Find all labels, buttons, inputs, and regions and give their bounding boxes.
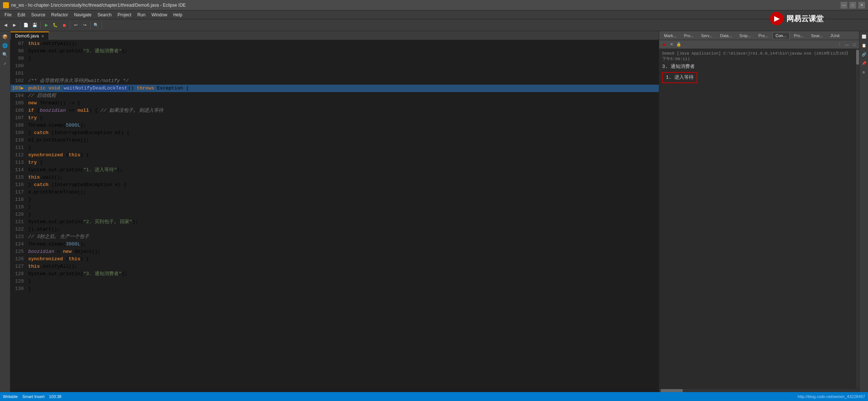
tab-markers-label: Mark... <box>664 33 677 38</box>
sidebar-search-icon[interactable]: 🔍 <box>1 50 9 59</box>
logo-icon: ▶ <box>770 12 783 25</box>
toolbar-separator-2 <box>40 22 41 29</box>
code-line-117: 117 e.printStackTrace(); <box>10 189 659 196</box>
stop-button[interactable]: ⏹ <box>60 21 68 29</box>
menu-project[interactable]: Project <box>115 12 134 18</box>
redo-button[interactable]: ↪ <box>80 21 89 29</box>
right-sidebar-icon-1[interactable]: ⬜ <box>860 33 868 41</box>
tab-search-label: Sear... <box>811 33 823 38</box>
right-sidebar-icon-2[interactable]: 📋 <box>860 42 868 50</box>
right-panel: Mark... Pro... Serv... Data... Snip... P… <box>659 31 859 392</box>
tab-snippets[interactable]: Snip... <box>736 32 754 39</box>
status-writable: Writable <box>3 394 18 399</box>
status-bar: Writable Smart Insert 103:38 http://blog… <box>0 392 868 401</box>
main-layout: 📦 🌐 🔍 ✓ Demo6.java ✕ 97 this.notifyAll()… <box>0 31 868 392</box>
menu-help[interactable]: Help <box>170 12 185 18</box>
code-line-120: 120 } <box>10 211 659 218</box>
editor-tab-demo6[interactable]: Demo6.java ✕ <box>10 32 49 40</box>
window-controls[interactable]: — □ ✕ <box>841 2 865 9</box>
tab-label: Demo6.java <box>15 33 39 39</box>
tab-console[interactable]: Con... <box>772 32 790 39</box>
scrollbar-thumb[interactable] <box>856 50 859 65</box>
run-button[interactable]: ▶ <box>42 21 50 29</box>
hscrollbar-thumb[interactable] <box>661 389 683 392</box>
code-editor[interactable]: 97 this.notifyAll(); 98 System.out.print… <box>10 40 659 392</box>
console-options-button[interactable]: ⋮ <box>836 41 843 48</box>
menu-run[interactable]: Run <box>134 12 148 18</box>
right-sidebar-icon-4[interactable]: 📌 <box>860 59 868 68</box>
code-line-114: 114 System.out.println("1. 进入等待"); <box>10 166 659 174</box>
menu-source[interactable]: Source <box>28 12 48 18</box>
sidebar-hierarchy-icon[interactable]: 🌐 <box>1 42 9 50</box>
code-line-106: 106 if (boozidian == null) { // 如果没包子, 则… <box>10 107 659 114</box>
editor-area: Demo6.java ✕ 97 this.notifyAll(); 98 Sys… <box>10 31 659 392</box>
menu-bar: File Edit Source Refactor Navigate Searc… <box>0 10 868 19</box>
code-line-109: 109 } catch (InterruptedException e1) { <box>10 129 659 137</box>
console-line-2-boxed: 1. 进入等待 <box>662 72 697 83</box>
code-line-99: 99 } <box>10 55 659 62</box>
menu-refactor[interactable]: Refactor <box>48 12 71 18</box>
title-bar: ne_ws - hc-chapter-1/src/com/study/hc/th… <box>0 0 868 10</box>
code-line-97: 97 this.notifyAll(); <box>10 40 659 48</box>
tab-close-button[interactable]: ✕ <box>41 34 44 38</box>
menu-file[interactable]: File <box>1 12 14 18</box>
code-line-113: 113 try { <box>10 159 659 166</box>
console-line-1: 3. 通知消费者 <box>662 63 852 71</box>
save-button[interactable]: 💾 <box>31 21 39 29</box>
tab-progress[interactable]: Pro... <box>790 32 807 39</box>
right-sidebar-icon-5[interactable]: ⚙ <box>860 68 868 76</box>
tab-search[interactable]: Sear... <box>808 32 826 39</box>
undo-button[interactable]: ↩ <box>72 21 80 29</box>
code-line-115: 115 this.wait(); <box>10 174 659 181</box>
console-output: Demo6 [Java Application] C:\01Java\jre1.… <box>659 49 855 388</box>
tab-servers[interactable]: Serv... <box>698 32 716 39</box>
back-button[interactable]: ◀ <box>1 21 10 29</box>
left-sidebar: 📦 🌐 🔍 ✓ <box>0 31 10 392</box>
console-scrollbar[interactable] <box>855 49 859 388</box>
new-button[interactable]: 📄 <box>22 21 30 29</box>
code-line-122: 122 }).start(); <box>10 226 659 233</box>
tab-console-label: Con... <box>776 33 786 38</box>
tab-junit[interactable]: JUnit <box>827 32 843 39</box>
status-position: 103:38 <box>49 394 62 399</box>
tab-properties[interactable]: Pro... <box>681 32 697 39</box>
menu-edit[interactable]: Edit <box>14 12 28 18</box>
code-line-118: 118 } <box>10 196 659 203</box>
debug-button[interactable]: 🐛 <box>51 21 59 29</box>
logo-area: ▶ 网易云课堂 <box>770 12 823 25</box>
code-line-98: 98 System.out.println("3. 通知消费者"); <box>10 48 659 55</box>
toolbar-separator-5 <box>102 22 102 29</box>
code-line-129: 129 } <box>10 278 659 285</box>
maximize-button[interactable]: □ <box>849 2 856 9</box>
console-header: Demo6 [Java Application] C:\01Java\jre1.… <box>662 50 852 62</box>
code-view: 97 this.notifyAll(); 98 System.out.print… <box>10 40 659 392</box>
close-button[interactable]: ✕ <box>858 2 865 9</box>
menu-navigate[interactable]: Navigate <box>71 12 94 18</box>
tab-bar: Demo6.java ✕ <box>10 31 659 40</box>
sidebar-task-icon[interactable]: ✓ <box>1 59 9 68</box>
minimize-button[interactable]: — <box>841 2 847 9</box>
tab-markers[interactable]: Mark... <box>661 32 680 39</box>
code-line-126: 126 synchronized (this) { <box>10 255 659 263</box>
code-line-112: 112 synchronized (this) { <box>10 151 659 159</box>
console-clear-button[interactable]: ✕ <box>668 41 675 48</box>
menu-window[interactable]: Window <box>148 12 170 18</box>
right-sidebar-icon-3[interactable]: 🔗 <box>860 50 868 59</box>
console-tabs: Mark... Pro... Serv... Data... Snip... P… <box>659 31 859 40</box>
console-minimize-button[interactable]: — <box>844 41 850 48</box>
tab-snippets-label: Snip... <box>739 33 751 38</box>
console-maximize-button[interactable]: □ <box>851 41 858 48</box>
tab-datasource[interactable]: Data... <box>717 32 735 39</box>
code-line-124: 124 Thread.sleep(3000L); <box>10 241 659 248</box>
status-insert: Smart Insert <box>22 394 45 399</box>
tab-problems[interactable]: Pro... <box>755 32 772 39</box>
console-scroll-lock-button[interactable]: 🔒 <box>675 41 682 48</box>
console-hscrollbar[interactable] <box>659 388 859 392</box>
sidebar-package-icon[interactable]: 📦 <box>1 33 9 41</box>
console-toolbar: ■ ✕ 🔒 ⋮ — □ <box>659 40 859 49</box>
tab-properties-label: Pro... <box>684 33 694 38</box>
console-terminate-button[interactable]: ■ <box>661 41 667 48</box>
menu-search[interactable]: Search <box>95 12 115 18</box>
search-button[interactable]: 🔍 <box>92 21 100 29</box>
forward-button[interactable]: ▶ <box>10 21 19 29</box>
